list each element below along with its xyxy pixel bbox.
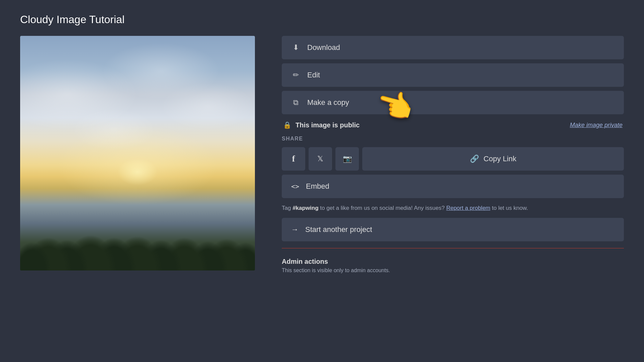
facebook-icon: f — [292, 154, 295, 164]
admin-subtitle: This section is visible only to admin ac… — [282, 267, 624, 274]
admin-title: Admin actions — [282, 258, 624, 265]
tag-prefix: Tag — [282, 205, 292, 211]
share-section: SHARE f 𝕏 📷 🔗 — [282, 136, 624, 171]
edit-label: Edit — [307, 71, 320, 79]
report-link[interactable]: Report a problem — [446, 205, 490, 211]
download-label: Download — [307, 43, 340, 52]
start-project-button[interactable]: → Start another project — [282, 218, 624, 241]
copy-link-label: Copy Link — [484, 155, 517, 163]
page-title: Cloudy Image Tutorial — [20, 13, 624, 26]
right-panel: ⬇ Download ✏ Edit ⧉ Make a copy 🔒 This i… — [282, 36, 624, 274]
public-info-label: This image is public — [296, 121, 360, 129]
link-icon: 🔗 — [470, 155, 479, 163]
copy-link-button[interactable]: 🔗 Copy Link — [362, 147, 624, 171]
edit-button[interactable]: ✏ Edit — [282, 63, 624, 87]
share-label: SHARE — [282, 136, 624, 142]
instagram-button[interactable]: 📷 — [335, 147, 359, 171]
twitter-icon: 𝕏 — [317, 155, 323, 163]
instagram-icon: 📷 — [343, 155, 352, 163]
make-copy-label: Make a copy — [307, 98, 349, 107]
image-preview — [20, 36, 255, 270]
share-row: f 𝕏 📷 🔗 Copy Link — [282, 147, 624, 171]
download-button[interactable]: ⬇ Download — [282, 36, 624, 59]
public-info-row: 🔒 This image is public Make image privat… — [282, 118, 624, 132]
start-project-label: Start another project — [305, 225, 372, 234]
tag-suffix: to let us know. — [490, 205, 528, 211]
lock-icon: 🔒 — [283, 121, 291, 129]
twitter-button[interactable]: 𝕏 — [309, 147, 332, 171]
copy-icon: ⧉ — [291, 98, 301, 107]
code-icon: <> — [291, 182, 299, 190]
hashtag: #kapwing — [292, 205, 318, 211]
facebook-button[interactable]: f — [282, 147, 305, 171]
embed-label: Embed — [306, 182, 329, 191]
arrow-icon: → — [291, 225, 299, 234]
make-private-link[interactable]: Make image private — [570, 122, 623, 129]
tag-middle: to get a like from us on social media! A… — [319, 205, 446, 211]
public-info-left: 🔒 This image is public — [283, 121, 360, 129]
admin-divider — [282, 248, 624, 248]
make-copy-button[interactable]: ⧉ Make a copy — [282, 91, 624, 114]
embed-button[interactable]: <> Embed — [282, 175, 624, 198]
edit-icon: ✏ — [291, 71, 301, 79]
download-icon: ⬇ — [291, 43, 301, 52]
admin-section: Admin actions This section is visible on… — [282, 256, 624, 274]
tag-text: Tag #kapwing to get a like from us on so… — [282, 202, 624, 214]
